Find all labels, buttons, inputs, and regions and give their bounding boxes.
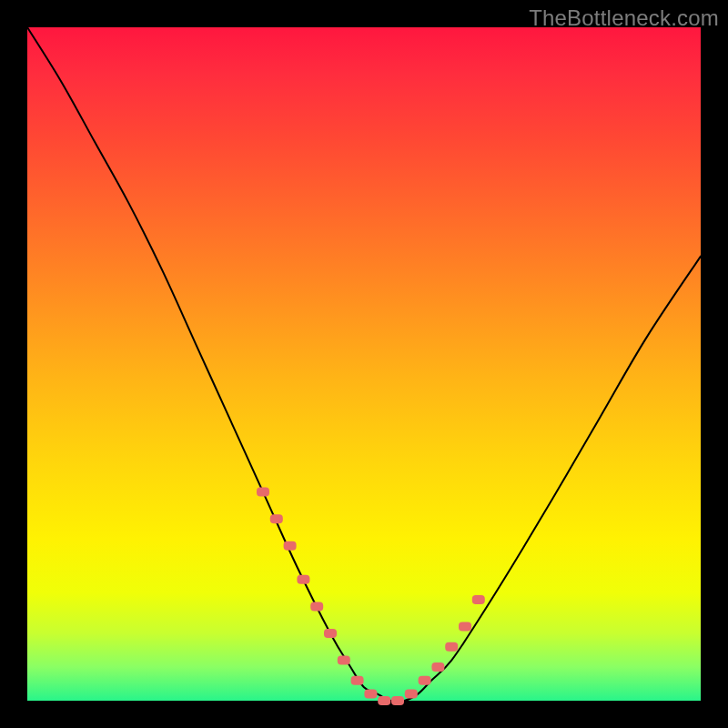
curve-marker <box>364 690 377 699</box>
plot-svg <box>27 27 701 701</box>
curve-marker <box>297 575 309 584</box>
curve-marker <box>310 602 323 611</box>
plot-area <box>27 27 701 701</box>
curve-markers <box>257 488 485 705</box>
curve-marker <box>284 541 297 551</box>
chart-stage: TheBottleneck.com <box>0 0 728 728</box>
curve-marker <box>459 622 471 632</box>
curve-marker <box>351 676 364 685</box>
curve-marker <box>338 656 350 665</box>
curve-marker <box>324 629 337 638</box>
curve-marker <box>391 696 404 705</box>
curve-marker <box>405 690 418 699</box>
bottleneck-curve <box>27 27 701 702</box>
curve-marker <box>472 595 485 604</box>
curve-marker <box>419 676 431 685</box>
curve-marker <box>257 488 269 497</box>
curve-marker <box>270 514 283 523</box>
curve-marker <box>431 662 444 672</box>
curve-marker <box>378 696 390 705</box>
curve-marker <box>445 642 458 652</box>
